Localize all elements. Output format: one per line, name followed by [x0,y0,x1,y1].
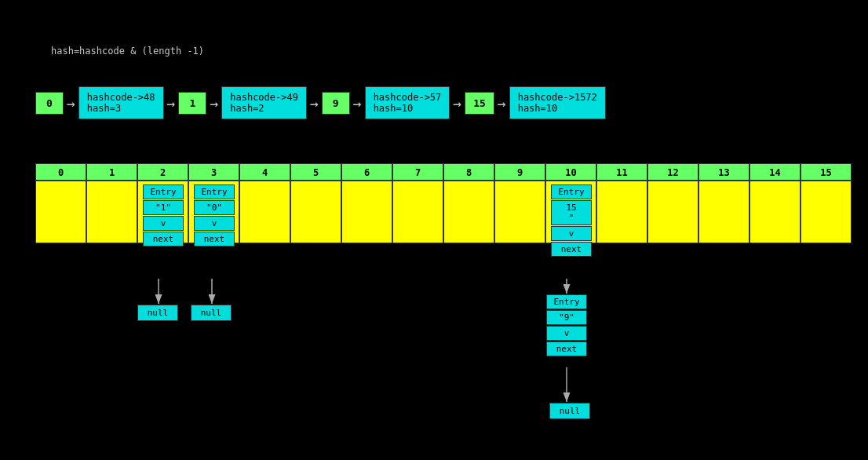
hash-9: hashcode->57hash=10 [365,86,450,119]
hash-0: hashcode->48hash=3 [78,86,164,119]
header-5: 5 [290,163,341,181]
arrow-5: → [353,95,362,111]
header-6: 6 [341,163,392,181]
entry-10b-key: "9" [546,310,587,325]
entry-3-v: v [194,216,235,231]
key-9: 9 [322,92,350,115]
hash-15: hashcode->1572hash=10 [509,86,606,119]
header-3: 3 [188,163,239,181]
header-9: 9 [494,163,545,181]
cell-11 [596,181,647,243]
header-10: 10 [545,163,596,181]
cell-4 [239,181,290,243]
cell-0 [35,181,86,243]
header-7: 7 [392,163,443,181]
header-15: 15 [801,163,852,181]
arrow-2: → [167,95,176,111]
header-1: 1 [86,163,137,181]
entry-10-v: v [551,226,592,241]
key-0: 0 [35,92,64,115]
cell-7 [392,181,443,243]
entry-10-next: next [551,242,592,257]
cell-1 [86,181,137,243]
cell-12 [647,181,698,243]
header-0: 0 [35,163,86,181]
entry-10b-label: Entry [546,294,587,309]
cell-13 [698,181,749,243]
entry-3-key: "0" [194,200,235,215]
null-col3: null [191,305,232,321]
header-13: 13 [698,163,749,181]
header-2: 2 [137,163,188,181]
arrow-6: → [453,95,461,111]
null-col10: null [549,403,590,419]
table-body-row: Entry "1" v next Entry "0" v next Entry [35,181,852,243]
entry-2-next: next [143,232,184,246]
arrow-1: → [67,95,75,111]
formula-text: hash=hashcode & (length -1) [51,46,204,57]
header-14: 14 [749,163,801,181]
header-11: 11 [596,163,647,181]
entry-3-label: Entry [194,184,235,199]
header-12: 12 [647,163,698,181]
cell-3: Entry "0" v next [188,181,239,243]
entry-2-v: v [143,216,184,231]
entry-10b-next: next [546,341,587,356]
cell-14 [749,181,801,243]
header-8: 8 [443,163,494,181]
entry-3-next: next [194,232,235,246]
entry-10b-v: v [546,326,587,341]
key-15: 15 [465,92,494,115]
cell-15 [801,181,852,243]
top-row: 0 → hashcode->48hash=3 → 1 → hashcode->4… [35,86,606,119]
cell-6 [341,181,392,243]
entry-2-key: "1" [143,200,184,215]
cell-8 [443,181,494,243]
entry-2-label: Entry [143,184,184,199]
key-1: 1 [178,92,206,115]
hash-table: 0 1 2 3 4 5 6 7 8 9 10 11 12 13 14 15 En… [35,163,852,243]
cell-2: Entry "1" v next [137,181,188,243]
arrow-4: → [310,95,319,111]
cell-5 [290,181,341,243]
entry-10-key: 15" [551,200,592,225]
arrow-3: → [210,95,218,111]
cell-10: Entry 15" v next [545,181,596,243]
null-col2: null [137,305,178,321]
header-4: 4 [239,163,290,181]
table-header-row: 0 1 2 3 4 5 6 7 8 9 10 11 12 13 14 15 [35,163,852,181]
cell-9 [494,181,545,243]
arrow-7: → [498,95,506,111]
entry-10-label: Entry [551,184,592,199]
hash-1: hashcode->49hash=2 [221,86,307,119]
